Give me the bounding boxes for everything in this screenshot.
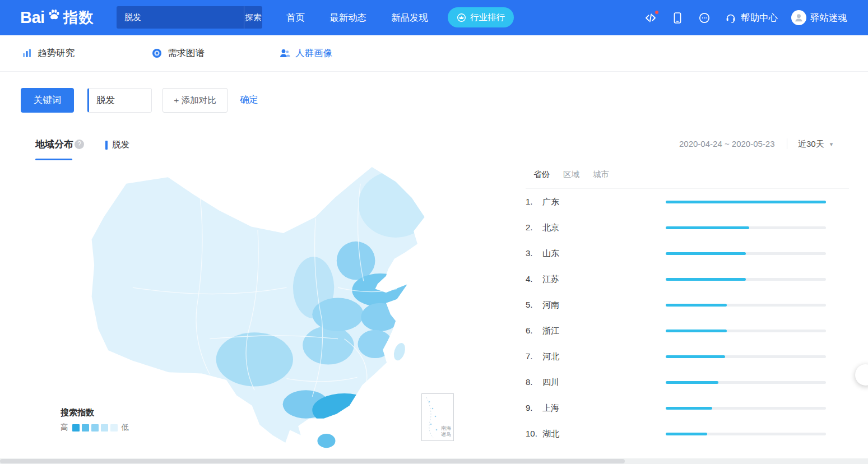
rank-bar-track [666,381,826,384]
region-rank-row: 2.北京 [526,215,826,240]
industry-rank-button[interactable]: 行业排行 [448,7,514,27]
rank-number: 9. [526,403,542,414]
rank-label: 5.河南 [526,300,666,310]
rank-bar-track [666,201,826,203]
region-rank-row: 8.四川 [526,369,826,395]
rank-bar-track [666,407,826,410]
top-nav-item-1[interactable]: 首页 [286,12,305,24]
user-icon [793,12,804,23]
rank-bar-fill [666,201,826,203]
baidu-index-logo[interactable]: Bai 指数 [20,0,95,35]
subnav-demand-graph[interactable]: 需求图谱 [151,35,205,71]
rank-bar-fill [666,304,727,307]
rank-bar-track [666,252,826,255]
rank-region-name: 浙江 [542,326,559,336]
trend-chart-icon [21,48,33,59]
rank-label: 10.湖北 [526,429,666,439]
notification-dot [655,10,659,15]
tab-region-distribution[interactable]: 地域分布 [35,138,73,151]
legend-low-label: 低 [122,423,129,433]
rank-number: 5. [526,300,542,310]
feedback-widget[interactable] [855,364,868,386]
user-account[interactable]: 驿站迷魂 [791,10,847,25]
rank-label: 1.广东 [526,197,666,207]
username: 驿站迷魂 [810,12,847,24]
demand-graph-icon [151,48,163,59]
south-china-sea-inset: 南海诸岛 [421,393,454,441]
rank-number: 7. [526,351,542,362]
caret-down-icon: ▾ [830,141,833,148]
series-legend: 脱发 [105,139,129,151]
header-right-tools: 帮助中心 驿站迷魂 [644,0,847,35]
rank-bar-track [666,304,826,307]
rank-number: 8. [526,377,542,388]
person-icon [279,48,290,59]
region-tabs: 省份区域城市 [533,169,609,180]
series-color-marker [105,141,108,150]
subnav-crowd-portrait[interactable]: 人群画像 [279,35,332,71]
rank-bar-fill [666,381,718,384]
mobile-app-icon[interactable] [671,11,684,25]
horizontal-scrollbar [0,458,868,464]
legend-high-label: 高 [61,423,68,433]
paw-icon [47,8,61,22]
community-icon[interactable] [698,11,711,25]
add-compare-button[interactable]: + 添加对比 [163,88,228,113]
top-nav-item-3[interactable]: 新品发现 [391,12,428,24]
rank-number: 6. [526,326,542,336]
series-label: 脱发 [112,139,129,151]
help-icon[interactable]: ? [75,140,84,149]
legend-square [101,424,108,431]
region-tab-3[interactable]: 城市 [593,169,609,180]
subnav-trend-research[interactable]: 趋势研究 [21,35,75,71]
rank-region-name: 北京 [542,222,559,233]
header-search: 探索 [117,6,262,29]
subnav-label-demand: 需求图谱 [168,47,205,59]
rank-region-name: 江苏 [542,274,559,285]
logo-text-bai: Bai [20,8,45,27]
rank-label: 3.山东 [526,248,666,259]
search-explore-button[interactable]: 探索 [244,6,262,29]
rank-label: 4.江苏 [526,274,666,285]
rank-number: 3. [526,248,542,259]
top-nav-item-2[interactable]: 最新动态 [329,12,366,24]
search-input[interactable] [117,6,244,29]
rank-label: 7.河北 [526,351,666,362]
headset-icon [725,12,737,24]
rank-region-name: 广东 [542,197,559,207]
rank-number: 2. [526,222,542,233]
period-dropdown[interactable]: 近30天 ▾ [798,139,833,150]
industry-rank-label: 行业排行 [470,12,505,24]
region-rank-row: 10.湖北 [526,421,826,447]
region-rank-row: 3.山东 [526,240,826,266]
rank-bar-fill [666,407,712,410]
rank-number: 4. [526,274,542,285]
legend-scale [72,424,118,431]
region-tab-1[interactable]: 省份 [533,169,550,180]
region-tab-2[interactable]: 区域 [563,169,579,180]
developer-api-icon[interactable] [644,11,657,25]
divider [787,138,787,149]
avatar [791,10,806,25]
baidu-index-page: Bai 指数 探索 首页最新动态新品发现 行业排行 [0,0,868,464]
legend-square [91,424,99,431]
rank-region-name: 四川 [542,377,559,388]
rank-label: 2.北京 [526,222,666,233]
confirm-link[interactable]: 确定 [240,94,258,106]
keyword-type-button[interactable]: 关键词 [21,88,74,113]
date-range: 2020-04-24 ~ 2020-05-23 [679,139,775,149]
rank-region-name: 河南 [542,300,559,310]
help-center-link[interactable]: 帮助中心 [725,12,778,24]
rank-bar-fill [666,252,746,255]
horizontal-scrollbar-thumb[interactable] [0,459,625,463]
rank-region-name: 山东 [542,248,559,259]
top-header: Bai 指数 探索 首页最新动态新品发现 行业排行 [0,0,868,35]
top-nav: 首页最新动态新品发现 [286,0,428,35]
rank-region-name: 河北 [542,351,559,362]
keyword-chip[interactable]: 脱发 [87,88,152,113]
rank-bar-fill [666,278,746,281]
legend-square [82,424,89,431]
rank-label: 6.浙江 [526,326,666,336]
rank-number: 1. [526,197,542,207]
help-center-label: 帮助中心 [741,12,778,24]
